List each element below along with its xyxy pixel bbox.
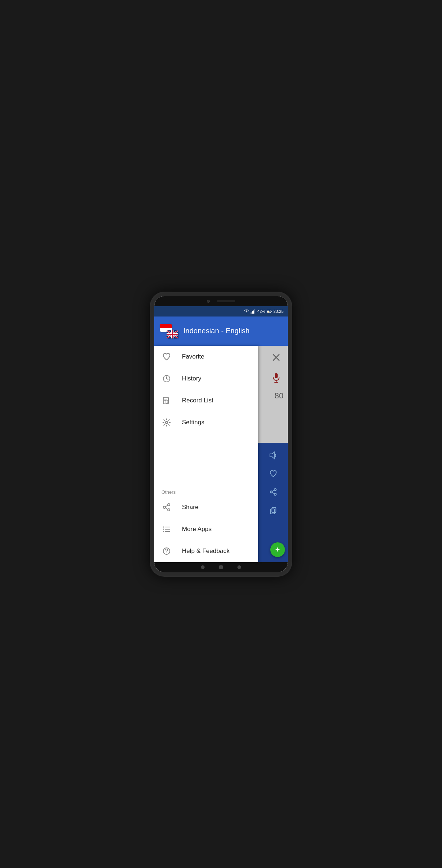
record-icon: [161, 395, 172, 406]
svg-rect-3: [255, 309, 256, 314]
camera-dot: [207, 300, 210, 303]
menu-divider: [154, 482, 258, 482]
right-overlay: 80: [258, 346, 288, 562]
nav-back[interactable]: [201, 565, 205, 569]
battery-text: 42%: [257, 309, 265, 314]
heart-icon: [161, 352, 172, 362]
menu-items-main: Favorite History: [154, 346, 258, 479]
share-icon: [161, 502, 172, 512]
clock-icon: [161, 374, 172, 384]
svg-line-19: [165, 508, 168, 509]
menu-item-share[interactable]: Share: [154, 496, 258, 518]
fab-button[interactable]: +: [270, 542, 285, 557]
svg-point-25: [163, 528, 164, 530]
favorite-label: Favorite: [182, 353, 204, 360]
more-apps-label: More Apps: [182, 526, 212, 533]
svg-rect-0: [251, 312, 252, 314]
nav-home[interactable]: [219, 565, 223, 569]
menu-item-settings[interactable]: Settings: [154, 412, 258, 433]
help-icon: [161, 546, 172, 556]
menu-item-history[interactable]: History: [154, 368, 258, 390]
svg-line-39: [272, 490, 274, 492]
svg-point-36: [270, 491, 272, 493]
bottom-nav-bar: [154, 562, 288, 572]
others-section-header: Others: [154, 485, 258, 496]
phone-frame: 42% ⚡ 23:25: [150, 292, 292, 577]
svg-rect-2: [253, 310, 254, 314]
share-button[interactable]: [267, 485, 280, 499]
svg-point-24: [163, 526, 164, 527]
menu-item-more-apps[interactable]: More Apps: [154, 518, 258, 540]
wifi-icon: [244, 309, 249, 314]
svg-point-15: [165, 421, 168, 424]
phone-top-bar: [154, 296, 288, 306]
list-icon: [161, 524, 172, 534]
svg-marker-34: [270, 452, 274, 459]
favorite-button[interactable]: [267, 467, 280, 480]
drawer-menu: Favorite History: [154, 346, 258, 562]
settings-label: Settings: [182, 419, 204, 426]
svg-rect-41: [270, 509, 274, 514]
phone-screen: 42% ⚡ 23:25: [154, 296, 288, 572]
speaker-grill: [217, 300, 235, 302]
svg-point-12: [167, 401, 168, 402]
copy-button[interactable]: [267, 504, 280, 517]
main-content: Favorite History: [154, 346, 288, 562]
menu-item-help[interactable]: Help & Feedback: [154, 540, 258, 562]
svg-line-20: [165, 505, 168, 507]
app-title: Indonesian - English: [183, 327, 282, 335]
svg-rect-1: [252, 311, 253, 314]
time-text: 23:25: [273, 309, 283, 314]
status-icons: 42% ⚡ 23:25: [244, 309, 283, 314]
right-panel-top: 80: [258, 346, 288, 443]
status-bar: 42% ⚡ 23:25: [154, 306, 288, 317]
svg-rect-40: [272, 508, 276, 513]
signal-icon: [251, 309, 256, 314]
svg-point-37: [274, 493, 276, 496]
svg-point-18: [168, 509, 170, 511]
svg-point-17: [163, 506, 165, 508]
share-label: Share: [182, 504, 198, 511]
svg-point-35: [274, 489, 276, 491]
svg-point-16: [168, 504, 170, 506]
history-label: History: [182, 375, 201, 382]
svg-rect-31: [275, 373, 278, 378]
svg-point-26: [163, 531, 164, 532]
menu-item-favorite[interactable]: Favorite: [154, 346, 258, 368]
right-panel-bottom: +: [258, 443, 288, 562]
app-header: Indonesian - English: [154, 317, 288, 346]
record-list-label: Record List: [182, 397, 213, 404]
fab-label: +: [275, 546, 280, 554]
nav-recents[interactable]: [237, 565, 241, 569]
number-display: 80: [275, 391, 283, 401]
mic-button[interactable]: [269, 371, 283, 385]
uk-flag: [167, 330, 178, 338]
svg-line-38: [272, 492, 274, 494]
volume-button[interactable]: [267, 449, 280, 462]
svg-point-28: [166, 553, 167, 553]
menu-item-record-list[interactable]: Record List: [154, 390, 258, 412]
svg-rect-5: [271, 311, 272, 312]
gear-icon: [161, 417, 172, 428]
flag-container: [160, 324, 179, 338]
close-button[interactable]: [269, 350, 283, 365]
help-label: Help & Feedback: [182, 547, 229, 555]
battery-icon: ⚡: [267, 309, 272, 314]
